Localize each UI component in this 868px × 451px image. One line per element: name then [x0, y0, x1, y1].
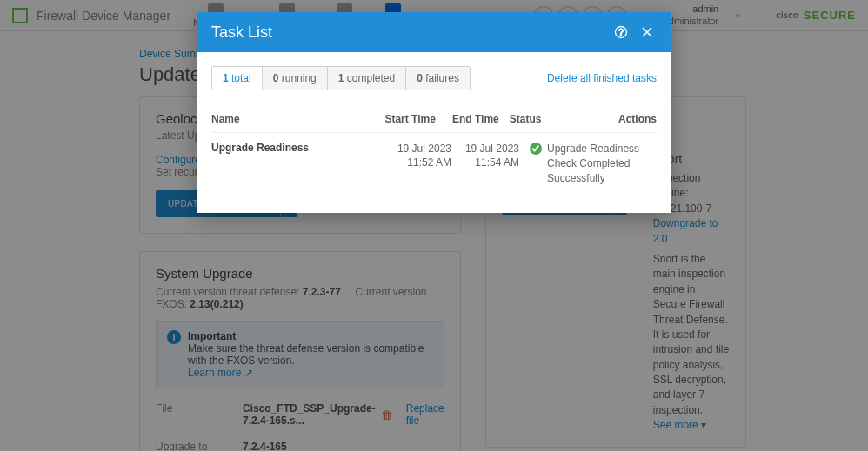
col-name: Name	[211, 113, 372, 125]
tab-running[interactable]: 0 running	[263, 67, 328, 90]
row-start-time: 11:52 AM	[384, 156, 451, 169]
delete-finished-link[interactable]: Delete all finished tasks	[547, 72, 657, 84]
tab-total[interactable]: 1 total	[212, 67, 263, 90]
row-start-date: 19 Jul 2023	[384, 142, 451, 156]
tab-completed[interactable]: 1 completed	[328, 67, 406, 90]
task-list-modal: Task List ? 1 total 0 running 1 complete…	[197, 12, 671, 213]
tab-failures[interactable]: 0 failures	[406, 67, 470, 90]
task-tabs: 1 total 0 running 1 completed 0 failures	[211, 66, 471, 90]
col-start: Start Time	[372, 113, 436, 125]
row-end-date: 19 Jul 2023	[451, 142, 519, 156]
status-success-icon	[530, 143, 542, 155]
row-status: Upgrade Readiness Check Completed Succes…	[547, 142, 646, 185]
table-row: Upgrade Readiness 19 Jul 2023 11:52 AM 1…	[211, 133, 657, 194]
table-header: Name Start Time End Time Status Actions	[211, 106, 657, 133]
row-end-time: 11:54 AM	[451, 156, 519, 169]
modal-overlay: Task List ? 1 total 0 running 1 complete…	[0, 0, 868, 451]
modal-title: Task List	[211, 23, 604, 42]
col-actions: Actions	[618, 113, 657, 125]
svg-text:?: ?	[618, 28, 624, 37]
help-icon[interactable]: ?	[611, 23, 631, 42]
row-name: Upgrade Readiness	[211, 142, 309, 154]
close-icon[interactable]	[638, 23, 657, 42]
col-end: End Time	[436, 113, 499, 125]
col-status: Status	[499, 113, 618, 125]
